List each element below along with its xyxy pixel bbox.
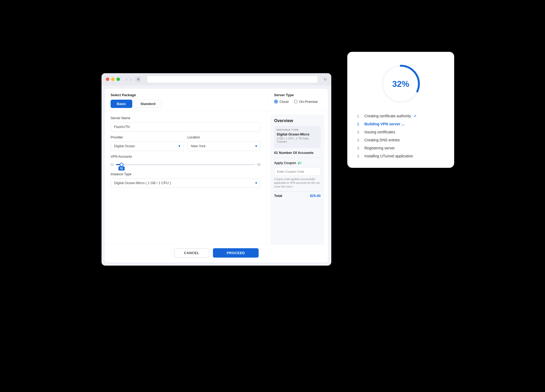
step-3-text: Issuing certificates xyxy=(364,130,395,134)
steps-list: 1. Creating certificate authority ✓ 2. B… xyxy=(357,114,445,158)
accounts-count: 01 Number Of Accounts xyxy=(274,151,321,158)
slider-tooltip: 02 xyxy=(119,166,125,170)
step-1-check-icon: ✓ xyxy=(414,114,417,118)
server-type-section: Server Type Cloud On-Premise xyxy=(269,93,322,108)
coupon-input[interactable] xyxy=(274,167,321,176)
select-package-label: Select Package xyxy=(111,93,263,97)
on-premise-label: On-Premise xyxy=(299,100,318,104)
browser-titlebar: ‹ › ⊞ ↻ xyxy=(102,73,331,86)
location-label: Location xyxy=(188,135,261,139)
vpn-accounts-field: VPN Accounts 01 02 50 xyxy=(111,155,260,169)
on-premise-radio[interactable]: On-Premise xyxy=(294,100,318,104)
package-buttons: Basic Standerd xyxy=(111,100,263,108)
step-5-text: Registering server xyxy=(364,146,395,150)
radio-group: Cloud On-Premise xyxy=(274,100,322,104)
apply-coupon-label: Apply Coupon 🏷 xyxy=(274,161,321,165)
standard-package-button[interactable]: Standerd xyxy=(134,100,162,108)
circular-progress: 32% xyxy=(379,63,422,105)
close-traffic-light[interactable] xyxy=(106,77,109,81)
step-4-number: 3. xyxy=(357,138,362,142)
location-select[interactable]: New York xyxy=(188,141,261,151)
cloud-radio[interactable]: Cloud xyxy=(274,100,289,104)
step-2: 2. Building VPN server ... xyxy=(357,122,445,126)
browser-window: ‹ › ⊞ ↻ Select Package Basic Standerd Se… xyxy=(102,73,331,266)
step-4: 3. Creating DNS entries xyxy=(357,138,445,142)
on-premise-radio-circle xyxy=(294,100,298,103)
step-2-text: Building VPN server ... xyxy=(364,122,404,126)
overview-instance-name: Digital Ocean-Micro xyxy=(277,132,318,136)
forward-button[interactable]: › xyxy=(129,77,133,82)
step-6-number: 3. xyxy=(357,154,362,158)
step-6-text: Installing UTunnel application xyxy=(364,154,413,158)
overview-instance-specs: 1 GB / 1 CPU , 1 TB Data Transfer xyxy=(277,137,318,143)
overview-title: Overview xyxy=(274,118,321,123)
address-bar[interactable] xyxy=(147,76,318,83)
vpn-accounts-label: VPN Accounts xyxy=(111,155,260,158)
step-3-number: 3. xyxy=(357,130,362,134)
bottom-bar: CANCEL PROCEED xyxy=(105,244,328,262)
back-button[interactable]: ‹ xyxy=(125,77,128,82)
step-1-number: 1. xyxy=(357,114,362,118)
traffic-lights xyxy=(106,77,120,81)
server-type-label: Server Type xyxy=(274,93,322,97)
step-4-text: Creating DNS entries xyxy=(364,138,400,142)
instance-type-select-wrapper: Digital Ocean-Micro ( 1 GB / 1 CPU ) ▼ xyxy=(111,178,260,188)
instance-type-field: Instance Type Digital Ocean-Micro ( 1 GB… xyxy=(111,172,260,188)
progress-card: 32% 1. Creating certificate authority ✓ … xyxy=(347,52,454,168)
minimize-traffic-light[interactable] xyxy=(111,77,115,81)
total-amount: $25.00 xyxy=(310,194,321,198)
step-2-number: 2. xyxy=(357,122,362,126)
server-name-input[interactable] xyxy=(111,122,260,132)
location-select-wrapper: New York ▼ xyxy=(188,141,261,151)
progress-percent: 32% xyxy=(392,79,409,89)
step-5-number: 3. xyxy=(357,146,362,150)
total-label: Total xyxy=(274,194,282,198)
step-1-text: Creating certificate authority xyxy=(364,114,411,118)
maximize-traffic-light[interactable] xyxy=(116,77,120,81)
step-6: 3. Installing UTunnel application xyxy=(357,154,445,158)
slider-thumb[interactable] xyxy=(120,163,123,166)
slider-max-label: 50 xyxy=(257,163,260,166)
cloud-radio-circle xyxy=(274,100,278,103)
step-1: 1. Creating certificate authority ✓ xyxy=(357,114,445,118)
select-package-section: Select Package Basic Standerd xyxy=(111,93,269,108)
step-3: 3. Issuing certificates xyxy=(357,130,445,134)
instance-type-sublabel: INSTANCE TYPE xyxy=(277,129,318,131)
proceed-button[interactable]: PROCEED xyxy=(213,248,259,258)
slider-track: 02 xyxy=(116,164,255,165)
instance-type-select[interactable]: Digital Ocean-Micro ( 1 GB / 1 CPU ) xyxy=(111,178,260,188)
server-name-field: Server Name xyxy=(111,116,260,132)
reload-icon[interactable]: ↻ xyxy=(324,77,327,81)
nav-buttons: ‹ › xyxy=(125,77,133,82)
total-row: Total $25.00 xyxy=(274,191,321,198)
coupon-success-text: Coupon code applied successfully! applic… xyxy=(274,177,321,189)
location-field: Location New York ▼ xyxy=(188,135,261,151)
slider-min-label: 01 xyxy=(111,163,114,166)
browser-content: Select Package Basic Standerd Server Typ… xyxy=(105,89,328,262)
cancel-button[interactable]: CANCEL xyxy=(174,248,209,258)
slider-row: 01 02 50 xyxy=(111,161,260,169)
provider-field: Provider Digital Ocean ▼ xyxy=(111,135,184,151)
provider-select[interactable]: Digital Ocean xyxy=(111,141,184,151)
basic-package-button[interactable]: Basic xyxy=(111,100,132,108)
server-name-label: Server Name xyxy=(111,116,260,120)
form-body: Server Name Provider Digital Ocean ▼ xyxy=(105,111,328,244)
instance-type-label: Instance Type xyxy=(111,172,260,176)
provider-location-row: Provider Digital Ocean ▼ Location xyxy=(111,135,260,151)
main-form-col: Server Name Provider Digital Ocean ▼ xyxy=(105,111,267,244)
provider-label: Provider xyxy=(111,135,184,139)
provider-select-wrapper: Digital Ocean ▼ xyxy=(111,141,184,151)
overview-col: Overview INSTANCE TYPE Digital Ocean-Mic… xyxy=(267,111,328,244)
slider-container[interactable]: 02 xyxy=(116,161,255,169)
cloud-label: Cloud xyxy=(279,100,289,104)
sidebar-toggle-icon[interactable]: ⊞ xyxy=(135,76,141,82)
overview-panel: Overview INSTANCE TYPE Digital Ocean-Mic… xyxy=(270,115,324,244)
coupon-icon: 🏷 xyxy=(298,161,301,165)
step-5: 3. Registering server xyxy=(357,146,445,150)
